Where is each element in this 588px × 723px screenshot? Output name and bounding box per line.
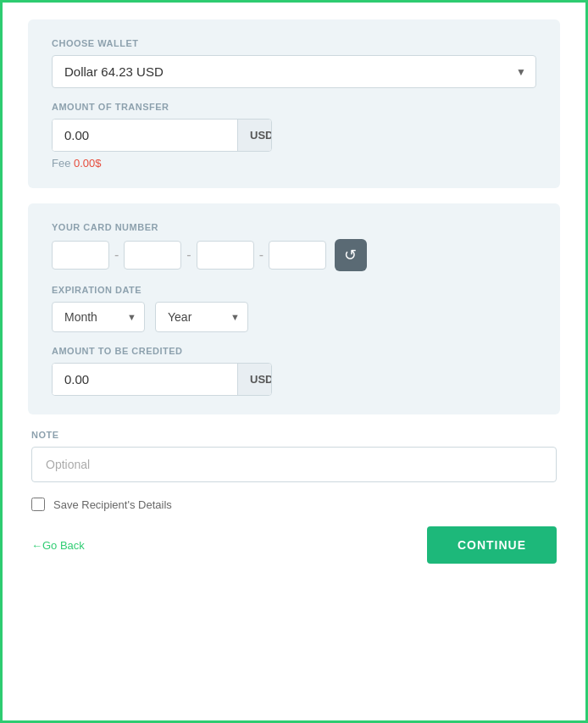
- checkbox-row: Save Recipient's Details: [28, 498, 560, 511]
- month-select-wrapper: Month 01 02 03 04 05 06 07 08 09 10 11 1…: [52, 302, 145, 332]
- card-separator-1: -: [114, 247, 119, 263]
- go-back-link[interactable]: ←Go Back: [31, 539, 85, 552]
- wallet-label: CHOOSE WALLET: [52, 38, 536, 48]
- card-number-row: - - - ↺: [52, 239, 536, 271]
- expiration-date-label: EXPIRATION DATE: [52, 285, 536, 295]
- note-section: NOTE: [28, 430, 560, 482]
- fee-label: Fee: [52, 157, 70, 170]
- save-recipient-label: Save Recipient's Details: [53, 498, 172, 511]
- transfer-amount-input[interactable]: [53, 120, 237, 151]
- credited-amount-field: AMOUNT TO BE CREDITED USD: [52, 346, 536, 396]
- credited-currency-badge: USD: [237, 364, 272, 395]
- card-section: YOUR CARD NUMBER - - - ↺ EXPIRATION DATE…: [28, 203, 560, 414]
- fee-value: 0.00$: [74, 157, 102, 170]
- month-select[interactable]: Month 01 02 03 04 05 06 07 08 09 10 11 1…: [52, 302, 145, 332]
- credited-amount-row: USD: [52, 363, 272, 396]
- card-segment-2[interactable]: [124, 241, 181, 270]
- continue-button[interactable]: CONTINUE: [427, 526, 557, 564]
- card-number-field: YOUR CARD NUMBER - - - ↺: [52, 222, 536, 271]
- year-select[interactable]: Year 2024 2025 2026 2027 2028 2029 2030: [155, 302, 248, 332]
- transfer-amount-field: AMOUNT OF TRANSFER USD Fee 0.00$: [52, 102, 536, 170]
- wallet-select[interactable]: Dollar 64.23 USD Euro: [52, 55, 536, 88]
- wallet-field: CHOOSE WALLET Dollar 64.23 USD Euro ▼: [52, 38, 536, 88]
- expiration-date-field: EXPIRATION DATE Month 01 02 03 04 05 06 …: [52, 285, 536, 332]
- card-segment-3[interactable]: [197, 241, 254, 270]
- fee-text: Fee 0.00$: [52, 157, 536, 170]
- credited-amount-label: AMOUNT TO BE CREDITED: [52, 346, 536, 356]
- page-container: CHOOSE WALLET Dollar 64.23 USD Euro ▼ AM…: [0, 0, 588, 723]
- card-separator-2: -: [186, 247, 191, 263]
- refresh-card-button[interactable]: ↺: [335, 239, 367, 271]
- transfer-amount-label: AMOUNT OF TRANSFER: [52, 102, 536, 112]
- expiration-row: Month 01 02 03 04 05 06 07 08 09 10 11 1…: [52, 302, 536, 332]
- wallet-select-wrapper: Dollar 64.23 USD Euro ▼: [52, 55, 536, 88]
- wallet-section: CHOOSE WALLET Dollar 64.23 USD Euro ▼ AM…: [28, 19, 560, 188]
- refresh-icon: ↺: [344, 246, 357, 264]
- card-segment-4[interactable]: [269, 241, 326, 270]
- card-separator-3: -: [259, 247, 263, 263]
- save-recipient-checkbox[interactable]: [31, 498, 45, 511]
- note-input[interactable]: [31, 447, 557, 482]
- card-segment-1[interactable]: [52, 241, 109, 270]
- credited-amount-input[interactable]: [53, 364, 237, 395]
- note-label: NOTE: [31, 430, 557, 440]
- year-select-wrapper: Year 2024 2025 2026 2027 2028 2029 2030 …: [155, 302, 248, 332]
- bottom-row: ←Go Back CONTINUE: [28, 526, 560, 564]
- transfer-currency-badge: USD: [237, 120, 272, 151]
- card-number-label: YOUR CARD NUMBER: [52, 222, 536, 232]
- transfer-amount-row: USD: [52, 119, 272, 152]
